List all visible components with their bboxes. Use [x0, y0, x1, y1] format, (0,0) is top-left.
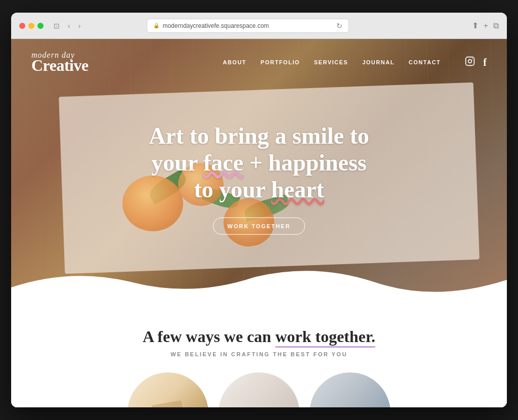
site-logo[interactable]: modern day Creative — [31, 51, 89, 73]
facebook-icon[interactable]: f — [483, 57, 487, 68]
share-button[interactable]: ⬆ — [472, 21, 479, 30]
svg-rect-0 — [466, 57, 474, 65]
headline-line3: to your heart — [194, 176, 324, 202]
cards-row — [31, 372, 487, 407]
tabs-button[interactable]: ⧉ — [493, 21, 499, 30]
nav-links: ABOUT PORTFOLIO SERVICES JOURNAL CONTACT — [223, 56, 487, 69]
svg-point-1 — [468, 59, 472, 63]
new-tab-button[interactable]: + — [484, 21, 488, 30]
nav-item-journal[interactable]: JOURNAL — [362, 59, 395, 65]
browser-chrome: ⊡ ‹ › 🔒 moderndaycreativefe.squarespace.… — [11, 13, 507, 39]
lock-icon: 🔒 — [153, 23, 159, 28]
maximize-button[interactable] — [37, 23, 44, 29]
url-text: moderndaycreativefe.squarespace.com — [162, 22, 269, 29]
hero-headline: Art to bring a smile to your face + happ… — [107, 123, 411, 203]
browser-window: ⊡ ‹ › 🔒 moderndaycreativefe.squarespace.… — [11, 13, 507, 407]
below-fold-section: A few ways we can work together. WE BELI… — [11, 307, 507, 407]
hero-section: modern day Creative ABOUT PORTFOLIO SERV… — [11, 39, 507, 307]
cta-button[interactable]: WORK TOGETHER — [213, 217, 306, 234]
nav-item-services[interactable]: SERVICES — [314, 59, 348, 65]
section-subtitle: WE BELIEVE IN CRAFTING THE BEST FOR YOU — [31, 351, 487, 357]
nav-social-links: f — [465, 56, 487, 69]
minimize-button[interactable] — [28, 23, 34, 29]
browser-actions: ⬆ + ⧉ — [472, 21, 499, 30]
section-title: A few ways we can work together. — [31, 327, 487, 346]
back-button[interactable]: ‹ — [66, 21, 72, 31]
browser-controls: ⊡ ‹ › — [52, 21, 82, 31]
headline-heart: heart — [271, 176, 324, 202]
nav-item-portfolio[interactable]: PORTFOLIO — [261, 59, 300, 65]
close-button[interactable] — [19, 23, 25, 29]
service-card-2[interactable] — [219, 372, 299, 407]
forward-button[interactable]: › — [76, 21, 83, 31]
section-title-highlight: work together. — [275, 327, 375, 346]
reload-button[interactable]: ↻ — [336, 22, 342, 30]
service-card-1[interactable] — [127, 372, 208, 407]
headline-line1: Art to bring a smile to — [149, 123, 369, 149]
hero-content: Art to bring a smile to your face + happ… — [107, 123, 411, 235]
service-card-3[interactable] — [310, 372, 391, 407]
headline-face: face — [203, 150, 243, 176]
logo-main-text: Creative — [31, 57, 89, 73]
svg-point-2 — [472, 58, 473, 59]
windows-icon[interactable]: ⊡ — [52, 21, 62, 31]
nav-item-contact[interactable]: CONTACT — [409, 59, 441, 65]
wave-transition — [11, 267, 507, 307]
traffic-lights — [19, 23, 44, 29]
headline-line2: your face + happiness — [151, 150, 366, 176]
instagram-icon[interactable] — [465, 56, 475, 69]
address-bar[interactable]: 🔒 moderndaycreativefe.squarespace.com ↻ — [147, 19, 349, 33]
website-content: modern day Creative ABOUT PORTFOLIO SERV… — [11, 39, 507, 407]
site-navigation: modern day Creative ABOUT PORTFOLIO SERV… — [11, 39, 507, 86]
nav-item-about[interactable]: ABOUT — [223, 59, 246, 65]
